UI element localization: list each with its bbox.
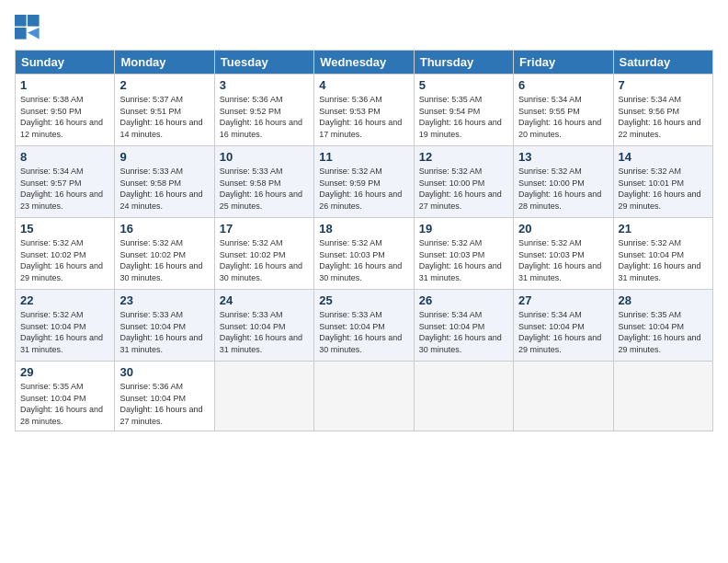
day-number: 8 bbox=[20, 150, 109, 164]
week-row-3: 15 Sunrise: 5:32 AMSunset: 10:02 PMDayli… bbox=[16, 218, 713, 290]
calendar-cell: 24 Sunrise: 5:33 AMSunset: 10:04 PMDayli… bbox=[214, 290, 313, 362]
day-number: 13 bbox=[518, 150, 608, 164]
week-row-4: 22 Sunrise: 5:32 AMSunset: 10:04 PMDayli… bbox=[16, 290, 713, 362]
day-number: 30 bbox=[119, 365, 209, 379]
header bbox=[15, 15, 713, 40]
calendar-cell: 13 Sunrise: 5:32 AMSunset: 10:00 PMDayli… bbox=[514, 146, 613, 218]
day-number: 16 bbox=[119, 222, 209, 236]
calendar-cell: 14 Sunrise: 5:32 AMSunset: 10:01 PMDayli… bbox=[613, 146, 712, 218]
day-info: Sunrise: 5:36 AMSunset: 10:04 PMDaylight… bbox=[119, 382, 202, 426]
calendar-cell: 28 Sunrise: 5:35 AMSunset: 10:04 PMDayli… bbox=[613, 290, 712, 362]
day-info: Sunrise: 5:32 AMSunset: 10:00 PMDaylight… bbox=[518, 167, 601, 211]
day-info: Sunrise: 5:32 AMSunset: 10:03 PMDaylight… bbox=[419, 238, 502, 282]
calendar-cell: 12 Sunrise: 5:32 AMSunset: 10:00 PMDayli… bbox=[414, 146, 513, 218]
day-number: 24 bbox=[220, 293, 309, 307]
day-info: Sunrise: 5:35 AMSunset: 10:04 PMDaylight… bbox=[619, 310, 701, 354]
svg-rect-0 bbox=[15, 15, 27, 27]
calendar-cell: 11 Sunrise: 5:32 AMSunset: 9:59 PMDaylig… bbox=[314, 146, 414, 218]
day-number: 22 bbox=[20, 293, 109, 307]
day-number: 23 bbox=[119, 293, 209, 307]
calendar-cell bbox=[314, 362, 414, 431]
day-info: Sunrise: 5:35 AMSunset: 10:04 PMDaylight… bbox=[20, 382, 103, 426]
logo-icon bbox=[15, 15, 40, 40]
calendar-cell: 18 Sunrise: 5:32 AMSunset: 10:03 PMDayli… bbox=[314, 218, 414, 290]
day-number: 2 bbox=[119, 78, 209, 92]
calendar-cell: 8 Sunrise: 5:34 AMSunset: 9:57 PMDayligh… bbox=[16, 146, 115, 218]
day-number: 14 bbox=[619, 150, 708, 164]
day-info: Sunrise: 5:32 AMSunset: 10:03 PMDaylight… bbox=[518, 238, 601, 282]
header-cell-wednesday: Wednesday bbox=[314, 51, 414, 75]
day-info: Sunrise: 5:32 AMSunset: 10:04 PMDaylight… bbox=[619, 238, 701, 282]
day-info: Sunrise: 5:33 AMSunset: 10:04 PMDaylight… bbox=[220, 310, 302, 354]
svg-marker-3 bbox=[28, 28, 40, 40]
header-cell-tuesday: Tuesday bbox=[214, 51, 313, 75]
day-info: Sunrise: 5:33 AMSunset: 9:58 PMDaylight:… bbox=[220, 167, 302, 211]
calendar-cell: 21 Sunrise: 5:32 AMSunset: 10:04 PMDayli… bbox=[613, 218, 712, 290]
calendar-cell: 1 Sunrise: 5:38 AMSunset: 9:50 PMDayligh… bbox=[16, 75, 115, 146]
day-info: Sunrise: 5:32 AMSunset: 10:02 PMDaylight… bbox=[119, 238, 202, 282]
day-info: Sunrise: 5:36 AMSunset: 9:53 PMDaylight:… bbox=[319, 95, 402, 139]
day-info: Sunrise: 5:34 AMSunset: 10:04 PMDaylight… bbox=[518, 310, 601, 354]
day-info: Sunrise: 5:35 AMSunset: 9:54 PMDaylight:… bbox=[419, 95, 502, 139]
calendar-cell: 22 Sunrise: 5:32 AMSunset: 10:04 PMDayli… bbox=[16, 290, 115, 362]
calendar-cell bbox=[414, 362, 513, 431]
day-info: Sunrise: 5:32 AMSunset: 10:00 PMDaylight… bbox=[419, 167, 502, 211]
day-number: 15 bbox=[20, 222, 109, 236]
day-number: 27 bbox=[518, 293, 608, 307]
calendar-cell: 4 Sunrise: 5:36 AMSunset: 9:53 PMDayligh… bbox=[314, 75, 414, 146]
calendar-cell: 3 Sunrise: 5:36 AMSunset: 9:52 PMDayligh… bbox=[214, 75, 313, 146]
day-info: Sunrise: 5:32 AMSunset: 10:01 PMDaylight… bbox=[619, 167, 701, 211]
calendar-cell: 26 Sunrise: 5:34 AMSunset: 10:04 PMDayli… bbox=[414, 290, 513, 362]
day-info: Sunrise: 5:33 AMSunset: 10:04 PMDaylight… bbox=[319, 310, 402, 354]
day-number: 1 bbox=[20, 78, 109, 92]
calendar-cell: 5 Sunrise: 5:35 AMSunset: 9:54 PMDayligh… bbox=[414, 75, 513, 146]
header-cell-saturday: Saturday bbox=[613, 51, 712, 75]
calendar-header-row: SundayMondayTuesdayWednesdayThursdayFrid… bbox=[16, 51, 713, 75]
week-row-1: 1 Sunrise: 5:38 AMSunset: 9:50 PMDayligh… bbox=[16, 75, 713, 146]
calendar-cell: 19 Sunrise: 5:32 AMSunset: 10:03 PMDayli… bbox=[414, 218, 513, 290]
svg-rect-2 bbox=[15, 28, 27, 40]
calendar-cell: 30 Sunrise: 5:36 AMSunset: 10:04 PMDayli… bbox=[115, 362, 214, 431]
day-info: Sunrise: 5:32 AMSunset: 10:02 PMDaylight… bbox=[220, 238, 302, 282]
logo bbox=[15, 15, 44, 40]
day-info: Sunrise: 5:37 AMSunset: 9:51 PMDaylight:… bbox=[119, 95, 202, 139]
day-info: Sunrise: 5:32 AMSunset: 10:04 PMDaylight… bbox=[20, 310, 103, 354]
day-info: Sunrise: 5:34 AMSunset: 10:04 PMDaylight… bbox=[419, 310, 502, 354]
calendar-cell: 17 Sunrise: 5:32 AMSunset: 10:02 PMDayli… bbox=[214, 218, 313, 290]
day-number: 5 bbox=[419, 78, 508, 92]
day-number: 21 bbox=[619, 222, 708, 236]
calendar-cell: 29 Sunrise: 5:35 AMSunset: 10:04 PMDayli… bbox=[16, 362, 115, 431]
calendar-cell: 16 Sunrise: 5:32 AMSunset: 10:02 PMDayli… bbox=[115, 218, 214, 290]
calendar-cell: 7 Sunrise: 5:34 AMSunset: 9:56 PMDayligh… bbox=[613, 75, 712, 146]
calendar-cell: 15 Sunrise: 5:32 AMSunset: 10:02 PMDayli… bbox=[16, 218, 115, 290]
calendar-cell bbox=[214, 362, 313, 431]
day-info: Sunrise: 5:34 AMSunset: 9:55 PMDaylight:… bbox=[518, 95, 601, 139]
day-info: Sunrise: 5:34 AMSunset: 9:57 PMDaylight:… bbox=[20, 167, 103, 211]
calendar-cell: 9 Sunrise: 5:33 AMSunset: 9:58 PMDayligh… bbox=[115, 146, 214, 218]
calendar-cell bbox=[613, 362, 712, 431]
day-number: 3 bbox=[220, 78, 309, 92]
header-cell-sunday: Sunday bbox=[16, 51, 115, 75]
day-info: Sunrise: 5:38 AMSunset: 9:50 PMDaylight:… bbox=[20, 95, 103, 139]
day-info: Sunrise: 5:32 AMSunset: 9:59 PMDaylight:… bbox=[319, 167, 402, 211]
day-number: 11 bbox=[319, 150, 408, 164]
day-info: Sunrise: 5:32 AMSunset: 10:03 PMDaylight… bbox=[319, 238, 402, 282]
calendar-table: SundayMondayTuesdayWednesdayThursdayFrid… bbox=[15, 50, 713, 431]
calendar-cell: 25 Sunrise: 5:33 AMSunset: 10:04 PMDayli… bbox=[314, 290, 414, 362]
calendar-cell bbox=[514, 362, 613, 431]
page: SundayMondayTuesdayWednesdayThursdayFrid… bbox=[0, 0, 728, 563]
day-number: 28 bbox=[619, 293, 708, 307]
day-number: 20 bbox=[518, 222, 608, 236]
day-number: 9 bbox=[119, 150, 209, 164]
day-number: 26 bbox=[419, 293, 508, 307]
day-number: 12 bbox=[419, 150, 508, 164]
calendar-cell: 27 Sunrise: 5:34 AMSunset: 10:04 PMDayli… bbox=[514, 290, 613, 362]
day-number: 29 bbox=[20, 365, 109, 379]
calendar-cell: 6 Sunrise: 5:34 AMSunset: 9:55 PMDayligh… bbox=[514, 75, 613, 146]
day-number: 10 bbox=[220, 150, 309, 164]
day-number: 17 bbox=[220, 222, 309, 236]
calendar-cell: 20 Sunrise: 5:32 AMSunset: 10:03 PMDayli… bbox=[514, 218, 613, 290]
day-number: 7 bbox=[619, 78, 708, 92]
day-info: Sunrise: 5:34 AMSunset: 9:56 PMDaylight:… bbox=[619, 95, 701, 139]
week-row-2: 8 Sunrise: 5:34 AMSunset: 9:57 PMDayligh… bbox=[16, 146, 713, 218]
